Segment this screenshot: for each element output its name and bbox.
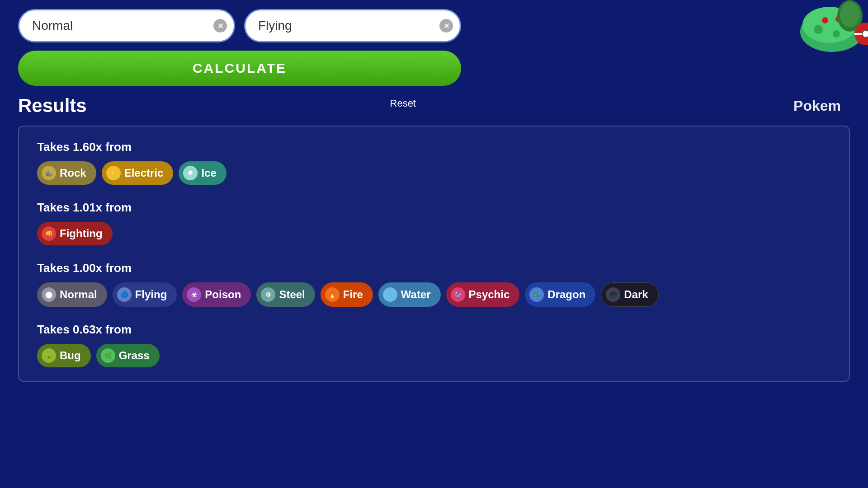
type-tag-rock[interactable]: 🪨Rock bbox=[37, 161, 96, 185]
type1-clear-button[interactable]: ✕ bbox=[213, 19, 227, 33]
type-tag-label: Fire bbox=[343, 288, 363, 301]
type-tag-label: Electric bbox=[124, 167, 164, 179]
type-tag-bug[interactable]: 🐛Bug bbox=[37, 344, 91, 367]
flying-icon: 🔵 bbox=[117, 287, 132, 302]
type-tag-dragon[interactable]: 🐉Dragon bbox=[525, 282, 595, 307]
steel-icon: ⚙ bbox=[261, 287, 275, 302]
svg-point-3 bbox=[833, 30, 840, 38]
pokemon-decorative bbox=[760, 0, 868, 54]
type-tags-row: ⬤Normal🔵Flying☣Poison⚙Steel🔥Fire💧Water🔮P… bbox=[37, 282, 831, 307]
grass-icon: 🌿 bbox=[101, 348, 115, 363]
pokemon-image-area bbox=[741, 0, 868, 54]
type-tag-poison[interactable]: ☣Poison bbox=[182, 282, 251, 307]
pokemon-label: Pokem bbox=[793, 98, 841, 114]
type-tags-row: 🪨Rock⚡Electric❄Ice bbox=[37, 161, 831, 185]
type-tag-steel[interactable]: ⚙Steel bbox=[256, 282, 315, 307]
type-tag-label: Flying bbox=[135, 288, 167, 301]
type2-clear-button[interactable]: ✕ bbox=[439, 19, 453, 33]
type-tag-grass[interactable]: 🌿Grass bbox=[96, 344, 160, 367]
type-tag-dark[interactable]: 🌑Dark bbox=[601, 282, 658, 307]
type-tag-fire[interactable]: 🔥Fire bbox=[321, 282, 373, 307]
type-tag-label: Fighting bbox=[60, 227, 103, 240]
fighting-icon: 👊 bbox=[42, 226, 56, 241]
type-tag-fighting[interactable]: 👊Fighting bbox=[37, 222, 113, 245]
top-section: Normal ✕ Flying ✕ CALCULATE bbox=[0, 0, 868, 86]
type-inputs-row: Normal ✕ Flying ✕ bbox=[18, 9, 461, 42]
dragon-icon: 🐉 bbox=[529, 287, 544, 302]
fire-icon: 🔥 bbox=[325, 287, 340, 302]
type-tag-electric[interactable]: ⚡Electric bbox=[102, 161, 174, 185]
multiplier-title: Takes 1.00x from bbox=[37, 261, 831, 275]
multiplier-title: Takes 1.01x from bbox=[37, 201, 831, 215]
type-tag-label: Water bbox=[401, 288, 431, 301]
ice-icon: ❄ bbox=[183, 166, 198, 180]
svg-point-12 bbox=[862, 30, 868, 38]
psychic-icon: 🔮 bbox=[451, 287, 465, 302]
type-tag-label: Normal bbox=[60, 288, 97, 301]
type-tag-label: Psychic bbox=[469, 288, 510, 301]
type-tag-label: Poison bbox=[205, 288, 241, 301]
type2-input[interactable]: Flying bbox=[244, 9, 461, 42]
electric-icon: ⚡ bbox=[106, 166, 121, 180]
type-tags-row: 🐛Bug🌿Grass bbox=[37, 344, 831, 367]
type1-wrapper: Normal ✕ bbox=[18, 9, 235, 42]
type2-wrapper: Flying ✕ bbox=[244, 9, 461, 42]
type-tags-row: 👊Fighting bbox=[37, 222, 831, 245]
svg-point-9 bbox=[840, 2, 860, 27]
dark-icon: 🌑 bbox=[606, 287, 620, 302]
svg-point-2 bbox=[814, 25, 823, 34]
type-tag-ice[interactable]: ❄Ice bbox=[179, 161, 226, 185]
results-header: Results Reset Pokem bbox=[0, 86, 859, 121]
type-tag-label: Bug bbox=[60, 349, 81, 362]
type-tag-label: Ice bbox=[201, 167, 216, 179]
rock-icon: 🪨 bbox=[42, 166, 56, 180]
water-icon: 💧 bbox=[383, 287, 397, 302]
type-tag-label: Rock bbox=[60, 167, 86, 179]
type-tag-normal[interactable]: ⬤Normal bbox=[37, 282, 107, 307]
multiplier-title: Takes 1.60x from bbox=[37, 140, 831, 154]
result-section-takes-063: Takes 0.63x from🐛Bug🌿Grass bbox=[37, 323, 831, 367]
type-tag-flying[interactable]: 🔵Flying bbox=[113, 282, 177, 307]
type-tag-psychic[interactable]: 🔮Psychic bbox=[446, 282, 520, 307]
type1-input[interactable]: Normal bbox=[18, 9, 235, 42]
result-section-takes-160: Takes 1.60x from🪨Rock⚡Electric❄Ice bbox=[37, 140, 831, 185]
result-section-takes-101: Takes 1.01x from👊Fighting bbox=[37, 201, 831, 245]
results-title: Results bbox=[18, 95, 87, 117]
type-tag-label: Grass bbox=[119, 349, 150, 362]
type-tag-label: Steel bbox=[279, 288, 305, 301]
calculate-button[interactable]: CALCULATE bbox=[18, 51, 461, 86]
type-tag-label: Dark bbox=[624, 288, 648, 301]
normal-icon: ⬤ bbox=[42, 287, 56, 302]
type-tag-water[interactable]: 💧Water bbox=[378, 282, 441, 307]
results-container: Takes 1.60x from🪨Rock⚡Electric❄IceTakes … bbox=[18, 126, 850, 382]
poison-icon: ☣ bbox=[187, 287, 201, 302]
svg-point-6 bbox=[824, 19, 827, 21]
result-section-takes-100: Takes 1.00x from⬤Normal🔵Flying☣Poison⚙St… bbox=[37, 261, 831, 307]
multiplier-title: Takes 0.63x from bbox=[37, 323, 831, 337]
reset-button[interactable]: Reset bbox=[390, 98, 416, 109]
bug-icon: 🐛 bbox=[42, 348, 56, 363]
type-tag-label: Dragon bbox=[547, 288, 585, 301]
